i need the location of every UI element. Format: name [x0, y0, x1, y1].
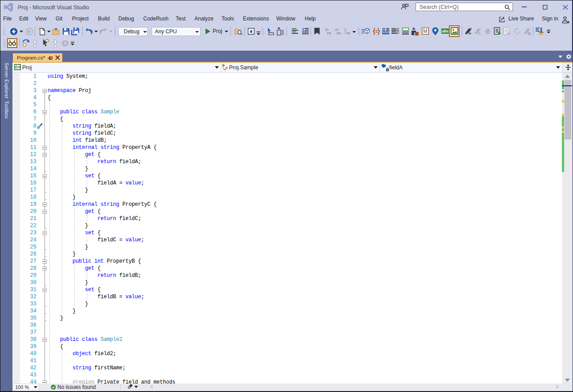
svg-text:abc: abc [442, 29, 449, 33]
svg-text:C#: C# [16, 65, 20, 69]
svg-text:2: 2 [302, 28, 304, 32]
svg-text:M: M [423, 28, 427, 34]
